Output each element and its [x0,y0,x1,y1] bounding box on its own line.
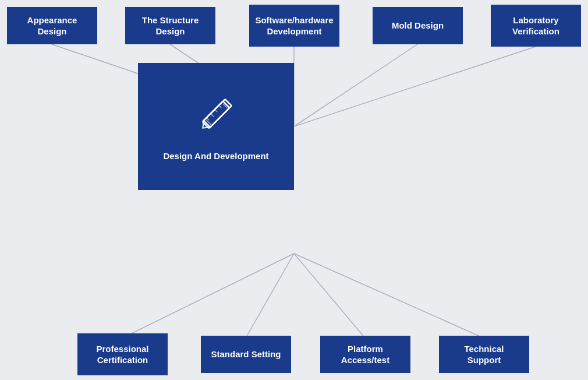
center-box: Design And Development [138,63,294,190]
design-icon [193,92,239,141]
svg-rect-14 [204,99,232,127]
svg-line-6 [246,254,294,338]
diagram-container: Design And Development Appearance Design… [0,0,588,380]
svg-line-4 [294,47,536,126]
box-technical-label: Technical Support [447,343,521,366]
svg-line-5 [122,254,294,338]
box-structure: The Structure Design [125,7,215,44]
box-software: Software/hardwareDevelopment [249,5,339,47]
box-appearance-label: Appearance Design [15,15,89,37]
svg-line-3 [294,44,417,126]
box-appearance: Appearance Design [7,7,97,44]
box-mold: Mold Design [373,7,463,44]
box-platform: Platform Access/test [320,336,410,373]
box-software-label: Software/hardwareDevelopment [255,15,333,37]
box-structure-label: The Structure Design [133,15,207,37]
center-box-label: Design And Development [163,150,268,162]
box-platform-label: Platform Access/test [328,343,402,366]
box-laboratory: LaboratoryVerification [491,5,581,47]
connector-lines [0,0,588,380]
box-professional: ProfessionalCertification [77,333,168,375]
svg-line-8 [294,254,484,338]
box-laboratory-label: LaboratoryVerification [512,15,559,37]
box-professional-label: ProfessionalCertification [96,343,148,366]
box-technical: Technical Support [439,336,529,373]
box-standard: Standard Setting [201,336,291,373]
box-mold-label: Mold Design [392,20,444,31]
svg-line-7 [294,254,365,338]
box-standard-label: Standard Setting [211,349,281,360]
